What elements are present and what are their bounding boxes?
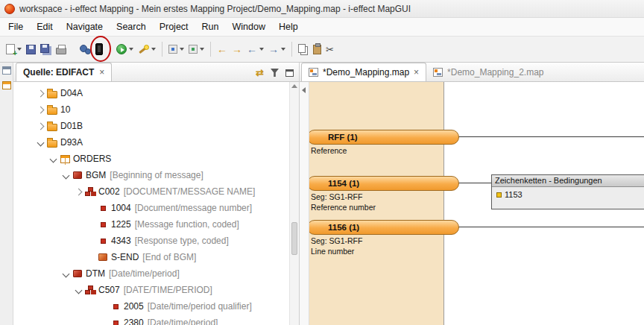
paste-button[interactable] [311,40,323,59]
tree-item-detail: [Date/time/period] [109,268,180,279]
editor-tab-label: *Demo_Mapping_2.map [447,67,543,78]
tree-row-dtm[interactable]: DTM [Date/time/period] [13,265,299,282]
edifact-tree: D04A 10 D01B D93A [13,82,299,325]
chevron-right-icon[interactable] [75,188,82,195]
filter-icon[interactable] [271,69,279,77]
connection-line[interactable] [458,227,644,227]
run-icon [116,44,127,54]
next-button[interactable]: → [266,40,288,59]
chevron-down-icon[interactable] [37,139,44,146]
tree-item-detail: [DATE/TIME/PERIOD] [124,285,212,295]
save-all-button[interactable] [38,40,54,59]
tree-row-1004[interactable]: 1004 [Document/message number] [13,200,299,216]
cut-button[interactable]: ✂ [323,40,336,59]
marker-2-button[interactable] [186,40,206,59]
vertical-scrollbar[interactable] [289,82,299,325]
scrollbar-thumb[interactable] [291,222,297,255]
forward-button[interactable]: → [230,40,244,59]
dropdown-arrow-icon[interactable] [129,48,133,51]
menu-navigate[interactable]: Navigate [60,19,110,35]
menu-file[interactable]: File [1,19,30,35]
element-icon [113,304,119,309]
menu-window[interactable]: Window [226,19,272,35]
dropdown-arrow-icon[interactable] [281,48,285,51]
tree-row-bgm[interactable]: BGM [Beginning of message] [13,167,299,183]
folder-icon [47,140,57,148]
tree-row-s-end[interactable]: S-END [End of BGM] [13,249,299,265]
copy-icon [298,44,306,53]
connection-line[interactable] [458,136,644,137]
scroll-up-icon[interactable] [291,84,297,88]
tree-row-d04a[interactable]: D04A [13,85,299,101]
dropdown-arrow-icon[interactable] [17,48,22,51]
minimized-view-icon[interactable] [2,81,11,89]
chevron-right-icon[interactable] [37,106,44,113]
tab-demo-mapping-2[interactable]: *Demo_Mapping_2.map [426,63,550,81]
menu-project[interactable]: Project [153,19,195,35]
close-icon[interactable]: × [414,68,419,77]
palette-strip[interactable] [300,82,309,325]
element-icon [113,321,119,325]
save-button[interactable] [24,40,38,59]
run-button[interactable] [114,40,136,59]
node-pill[interactable]: 1156 (1) [307,220,459,235]
close-icon[interactable]: × [99,68,104,77]
window-title: workspace - i-effect Mapping - Mein erst… [19,4,411,14]
tree-row-4343[interactable]: 4343 [Response type, coded] [13,233,299,249]
tab-quelle-edifact[interactable]: Quelle: EDIFACT × [16,63,112,81]
restore-view-icon[interactable] [2,66,11,75]
tree-row-2005[interactable]: 2005 [Date/time/period qualifier] [13,298,299,315]
dropdown-arrow-icon[interactable] [180,48,184,51]
tree-row-2380[interactable]: 2380 [Date/time/period] [13,315,299,325]
new-wizard-button[interactable] [4,40,24,59]
toolbar-separator [291,42,292,57]
dropdown-arrow-icon[interactable] [151,48,156,51]
menu-search[interactable]: Search [110,19,153,35]
tree-row-1225[interactable]: 1225 [Message function, coded] [13,216,299,233]
mapping-node-1156[interactable]: 1156 (1) Seg: SG1-RFF Line number [307,220,459,256]
tree-item-label: S-END [111,252,139,262]
menu-help[interactable]: Help [272,19,305,35]
chevron-right-icon[interactable] [37,122,44,130]
back-button[interactable]: ← [215,40,230,59]
converter-button[interactable] [78,40,93,59]
tree-row-d01b[interactable]: D01B [13,118,299,134]
copy-button[interactable] [296,40,311,59]
previous-button[interactable]: ← [244,40,266,59]
dropdown-arrow-icon[interactable] [259,48,264,51]
tree-row-c002[interactable]: C002 [DOCUMENT/MESSAGE NAME] [13,183,299,200]
tree-row-d93a[interactable]: D93A [13,134,299,151]
node-pill[interactable]: 1154 (1) [307,176,459,191]
tree-row-orders[interactable]: ORDERS [13,151,299,167]
wand-button[interactable] [136,40,158,59]
mapping-node-1154[interactable]: 1154 (1) Seg: SG1-RFF Reference number [307,176,459,212]
folder-icon [47,124,57,131]
composite-icon [85,285,95,294]
terminal-button[interactable] [93,40,105,59]
condition-box[interactable]: Zeichenketten - Bedingungen 1153 [491,174,644,209]
sync-icon[interactable]: ⇄ [256,68,264,78]
paste-icon [313,45,321,54]
dropdown-arrow-icon[interactable] [200,48,204,51]
marker-1-button[interactable] [166,40,186,59]
chevron-down-icon[interactable] [75,286,82,294]
connection-line[interactable] [458,183,492,183]
mapping-node-rff[interactable]: RFF (1) Reference [307,130,459,155]
chevron-down-icon[interactable] [62,270,69,277]
element-icon [101,206,106,211]
tree-row-c507[interactable]: C507 [DATE/TIME/PERIOD] [13,282,299,298]
maximize-icon[interactable] [285,69,294,77]
mapping-canvas[interactable]: RFF (1) Reference 1154 (1) Seg: SG1-RFF … [300,82,644,325]
string-element-icon [496,192,502,198]
condition-box-item[interactable]: 1153 [492,187,644,202]
node-pill[interactable]: RFF (1) [307,130,459,145]
menu-run[interactable]: Run [195,19,226,35]
chevron-down-icon[interactable] [49,155,57,162]
menu-edit[interactable]: Edit [30,19,60,35]
chevron-down-icon[interactable] [62,171,69,179]
print-button[interactable] [54,40,69,59]
tree-row-10[interactable]: 10 [13,101,299,118]
chevron-right-icon[interactable] [37,89,44,97]
tab-demo-mapping[interactable]: *Demo_Mapping.map × [301,63,426,81]
folder-icon [47,91,57,98]
